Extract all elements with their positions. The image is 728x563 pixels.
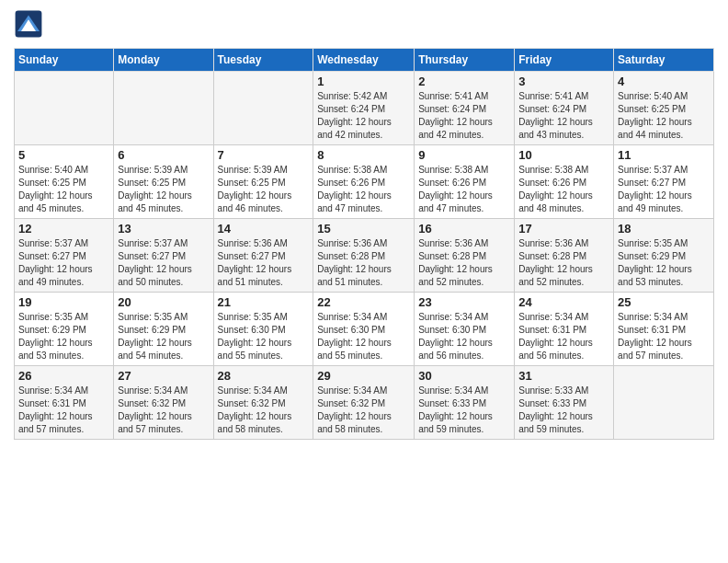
- day-info: Sunrise: 5:34 AM Sunset: 6:31 PM Dayligh…: [518, 311, 609, 362]
- logo-icon: [14, 9, 43, 39]
- calendar-week-row: 5Sunrise: 5:40 AM Sunset: 6:25 PM Daylig…: [15, 145, 714, 219]
- day-info: Sunrise: 5:34 AM Sunset: 6:31 PM Dayligh…: [18, 385, 109, 436]
- day-number: 8: [317, 148, 410, 162]
- weekday-header: Wednesday: [313, 49, 415, 72]
- calendar-cell: 25Sunrise: 5:34 AM Sunset: 6:31 PM Dayli…: [614, 293, 714, 366]
- calendar-cell: 3Sunrise: 5:41 AM Sunset: 6:24 PM Daylig…: [515, 72, 614, 145]
- calendar-cell: 18Sunrise: 5:35 AM Sunset: 6:29 PM Dayli…: [614, 219, 714, 293]
- day-number: 29: [317, 369, 410, 383]
- day-number: 5: [18, 148, 109, 162]
- calendar-cell: 13Sunrise: 5:37 AM Sunset: 6:27 PM Dayli…: [114, 219, 213, 293]
- calendar-cell: 1Sunrise: 5:42 AM Sunset: 6:24 PM Daylig…: [313, 72, 415, 145]
- day-number: 14: [218, 222, 310, 236]
- day-info: Sunrise: 5:36 AM Sunset: 6:27 PM Dayligh…: [218, 237, 310, 289]
- day-info: Sunrise: 5:39 AM Sunset: 6:25 PM Dayligh…: [118, 164, 209, 215]
- weekday-header: Saturday: [614, 49, 714, 72]
- day-number: 13: [118, 222, 209, 236]
- calendar-cell: 19Sunrise: 5:35 AM Sunset: 6:29 PM Dayli…: [15, 293, 114, 366]
- calendar-cell: 24Sunrise: 5:34 AM Sunset: 6:31 PM Dayli…: [515, 293, 614, 366]
- calendar-cell: 21Sunrise: 5:35 AM Sunset: 6:30 PM Dayli…: [213, 293, 313, 366]
- calendar-cell: 22Sunrise: 5:34 AM Sunset: 6:30 PM Dayli…: [313, 293, 415, 366]
- day-info: Sunrise: 5:35 AM Sunset: 6:30 PM Dayligh…: [218, 311, 310, 362]
- calendar-cell: 27Sunrise: 5:34 AM Sunset: 6:32 PM Dayli…: [114, 366, 213, 440]
- day-info: Sunrise: 5:40 AM Sunset: 6:25 PM Dayligh…: [18, 164, 109, 215]
- calendar-week-row: 1Sunrise: 5:42 AM Sunset: 6:24 PM Daylig…: [15, 72, 714, 145]
- calendar-cell: 23Sunrise: 5:34 AM Sunset: 6:30 PM Dayli…: [415, 293, 515, 366]
- day-info: Sunrise: 5:40 AM Sunset: 6:25 PM Dayligh…: [618, 90, 710, 142]
- calendar-cell: 26Sunrise: 5:34 AM Sunset: 6:31 PM Dayli…: [15, 366, 114, 440]
- day-number: 25: [618, 295, 710, 309]
- day-info: Sunrise: 5:41 AM Sunset: 6:24 PM Dayligh…: [418, 90, 510, 142]
- weekday-header: Friday: [515, 49, 614, 72]
- day-info: Sunrise: 5:39 AM Sunset: 6:25 PM Dayligh…: [218, 164, 310, 215]
- weekday-header: Monday: [114, 49, 213, 72]
- calendar-cell: 6Sunrise: 5:39 AM Sunset: 6:25 PM Daylig…: [114, 145, 213, 219]
- calendar-cell: 11Sunrise: 5:37 AM Sunset: 6:27 PM Dayli…: [614, 145, 714, 219]
- day-number: 11: [618, 148, 710, 162]
- day-info: Sunrise: 5:41 AM Sunset: 6:24 PM Dayligh…: [518, 90, 609, 142]
- calendar-cell: 16Sunrise: 5:36 AM Sunset: 6:28 PM Dayli…: [415, 219, 515, 293]
- day-info: Sunrise: 5:37 AM Sunset: 6:27 PM Dayligh…: [618, 164, 710, 215]
- day-info: Sunrise: 5:34 AM Sunset: 6:30 PM Dayligh…: [317, 311, 410, 362]
- day-info: Sunrise: 5:34 AM Sunset: 6:32 PM Dayligh…: [118, 385, 209, 436]
- day-info: Sunrise: 5:36 AM Sunset: 6:28 PM Dayligh…: [518, 237, 609, 289]
- page-container: SundayMondayTuesdayWednesdayThursdayFrid…: [0, 0, 728, 454]
- weekday-header: Tuesday: [213, 49, 313, 72]
- calendar-table: SundayMondayTuesdayWednesdayThursdayFrid…: [14, 48, 714, 440]
- day-info: Sunrise: 5:35 AM Sunset: 6:29 PM Dayligh…: [618, 237, 710, 289]
- day-number: 9: [418, 148, 510, 162]
- day-number: 16: [418, 222, 510, 236]
- calendar-cell: 28Sunrise: 5:34 AM Sunset: 6:32 PM Dayli…: [213, 366, 313, 440]
- calendar-cell: 12Sunrise: 5:37 AM Sunset: 6:27 PM Dayli…: [15, 219, 114, 293]
- calendar-cell: 15Sunrise: 5:36 AM Sunset: 6:28 PM Dayli…: [313, 219, 415, 293]
- day-info: Sunrise: 5:36 AM Sunset: 6:28 PM Dayligh…: [418, 237, 510, 289]
- day-number: 1: [317, 75, 410, 88]
- day-info: Sunrise: 5:42 AM Sunset: 6:24 PM Dayligh…: [317, 90, 410, 142]
- day-info: Sunrise: 5:35 AM Sunset: 6:29 PM Dayligh…: [18, 311, 109, 362]
- day-number: 18: [618, 222, 710, 236]
- day-number: 24: [518, 295, 609, 309]
- day-number: 22: [317, 295, 410, 309]
- day-number: 15: [317, 222, 410, 236]
- calendar-cell: [114, 72, 213, 145]
- calendar-week-row: 26Sunrise: 5:34 AM Sunset: 6:31 PM Dayli…: [15, 366, 714, 440]
- day-info: Sunrise: 5:37 AM Sunset: 6:27 PM Dayligh…: [18, 237, 109, 289]
- day-number: 3: [518, 75, 609, 88]
- day-number: 31: [518, 369, 609, 383]
- day-number: 12: [18, 222, 109, 236]
- calendar-cell: 5Sunrise: 5:40 AM Sunset: 6:25 PM Daylig…: [15, 145, 114, 219]
- day-info: Sunrise: 5:38 AM Sunset: 6:26 PM Dayligh…: [518, 164, 609, 215]
- day-number: 2: [418, 75, 510, 88]
- day-number: 30: [418, 369, 510, 383]
- weekday-header: Thursday: [415, 49, 515, 72]
- day-info: Sunrise: 5:38 AM Sunset: 6:26 PM Dayligh…: [418, 164, 510, 215]
- header: [14, 9, 714, 39]
- logo: [14, 9, 47, 39]
- calendar-cell: 30Sunrise: 5:34 AM Sunset: 6:33 PM Dayli…: [415, 366, 515, 440]
- day-number: 26: [18, 369, 109, 383]
- header-row: SundayMondayTuesdayWednesdayThursdayFrid…: [15, 49, 714, 72]
- day-info: Sunrise: 5:33 AM Sunset: 6:33 PM Dayligh…: [518, 385, 609, 436]
- calendar-cell: 4Sunrise: 5:40 AM Sunset: 6:25 PM Daylig…: [614, 72, 714, 145]
- calendar-cell: 17Sunrise: 5:36 AM Sunset: 6:28 PM Dayli…: [515, 219, 614, 293]
- calendar-cell: 14Sunrise: 5:36 AM Sunset: 6:27 PM Dayli…: [213, 219, 313, 293]
- day-number: 20: [118, 295, 209, 309]
- day-number: 17: [518, 222, 609, 236]
- day-info: Sunrise: 5:34 AM Sunset: 6:32 PM Dayligh…: [317, 385, 410, 436]
- day-number: 10: [518, 148, 609, 162]
- calendar-cell: [213, 72, 313, 145]
- day-info: Sunrise: 5:36 AM Sunset: 6:28 PM Dayligh…: [317, 237, 410, 289]
- calendar-cell: [15, 72, 114, 145]
- calendar-cell: 29Sunrise: 5:34 AM Sunset: 6:32 PM Dayli…: [313, 366, 415, 440]
- day-info: Sunrise: 5:37 AM Sunset: 6:27 PM Dayligh…: [118, 237, 209, 289]
- calendar-cell: 7Sunrise: 5:39 AM Sunset: 6:25 PM Daylig…: [213, 145, 313, 219]
- day-number: 28: [218, 369, 310, 383]
- calendar-week-row: 19Sunrise: 5:35 AM Sunset: 6:29 PM Dayli…: [15, 293, 714, 366]
- day-number: 4: [618, 75, 710, 88]
- calendar-cell: 31Sunrise: 5:33 AM Sunset: 6:33 PM Dayli…: [515, 366, 614, 440]
- day-info: Sunrise: 5:34 AM Sunset: 6:32 PM Dayligh…: [218, 385, 310, 436]
- calendar-cell: 8Sunrise: 5:38 AM Sunset: 6:26 PM Daylig…: [313, 145, 415, 219]
- day-number: 23: [418, 295, 510, 309]
- day-number: 7: [218, 148, 310, 162]
- day-info: Sunrise: 5:34 AM Sunset: 6:33 PM Dayligh…: [418, 385, 510, 436]
